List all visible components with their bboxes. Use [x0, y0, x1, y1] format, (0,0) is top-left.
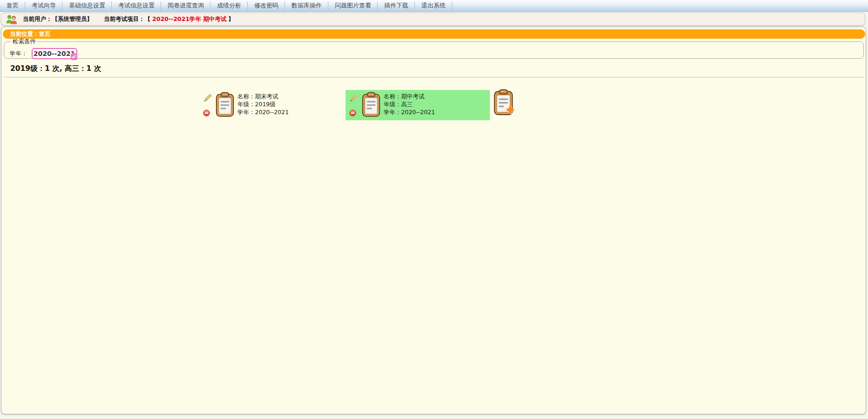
menu-item-logout[interactable]: 退出系统	[415, 0, 452, 11]
add-exam-button[interactable]	[494, 89, 514, 116]
school-year-label: 学年：	[10, 50, 27, 58]
school-year-select[interactable]: 2020--2021	[32, 48, 77, 59]
menu-item-database-operations[interactable]: 数据库操作	[285, 0, 328, 11]
divider	[4, 77, 864, 77]
search-row: 学年： 2020--2021	[10, 48, 863, 60]
menu-item-score-analysis[interactable]: 成绩分析	[210, 0, 248, 11]
exam-name-line: 名称：期末考试	[237, 92, 289, 100]
menu-item-exam-info-settings[interactable]: 考试信息设置	[112, 0, 161, 11]
current-location-text: 当前位置：首页	[10, 30, 51, 37]
exam-grade-line: 年级：2019级	[237, 100, 289, 108]
card-actions	[203, 91, 215, 118]
current-user-label: 当前用户：	[23, 15, 52, 23]
school-year-value: 2020--2021	[34, 50, 75, 57]
current-project-label: 当前考试项目：	[104, 15, 145, 23]
content-panel	[1, 27, 866, 414]
exam-card-final[interactable]: 名称：期末考试 年级：2019级 学年：2020--2021	[199, 90, 292, 120]
menu-item-problem-image-view[interactable]: 问题图片查看	[328, 0, 378, 11]
exam-card-midterm-current[interactable]: 名称：期中考试 年级：高三 学年：2020--2021	[346, 90, 490, 120]
menu-item-plugin-download[interactable]: 插件下载	[378, 0, 415, 11]
exam-card-text: 名称：期中考试 年级：高三 学年：2020--2021	[384, 91, 435, 117]
edit-pencil-icon[interactable]	[349, 92, 359, 103]
search-criteria-fieldset: 检索条件 学年： 2020--2021	[4, 38, 864, 59]
check-arrow-icon[interactable]	[71, 53, 77, 60]
current-user-value: 【系统管理员】	[52, 15, 93, 23]
main-menu: 首页 考试向导 基础信息设置 考试信息设置 阅卷进度查询 成绩分析 修改密码 数…	[0, 0, 868, 12]
clipboard-icon[interactable]	[362, 91, 380, 118]
edit-pencil-icon[interactable]	[203, 92, 213, 103]
card-actions	[349, 91, 361, 118]
project-bracket-close: 】	[228, 15, 234, 23]
page: 首页 考试向导 基础信息设置 考试信息设置 阅卷进度查询 成绩分析 修改密码 数…	[0, 0, 868, 419]
delete-minus-icon[interactable]	[349, 110, 356, 117]
exam-count-summary: 2019级：1 次, 高三：1 次	[10, 64, 101, 74]
exam-year-line: 学年：2020--2021	[237, 108, 289, 116]
current-project-value: 2020--2021学年 期中考试	[152, 15, 226, 23]
breadcrumb-bar: 当前位置：首页	[3, 29, 865, 39]
project-bracket-open: 【	[145, 15, 151, 23]
clipboard-plus-icon	[494, 89, 514, 116]
menu-item-exam-wizard[interactable]: 考试向导	[25, 0, 62, 11]
delete-minus-icon[interactable]	[203, 110, 210, 117]
exam-name-line: 名称：期中考试	[384, 92, 435, 100]
menu-item-home[interactable]: 首页	[0, 0, 25, 11]
menu-item-basic-info-settings[interactable]: 基础信息设置	[62, 0, 112, 11]
menu-item-change-password[interactable]: 修改密码	[248, 0, 285, 11]
menu-item-marking-progress[interactable]: 阅卷进度查询	[161, 0, 210, 11]
exam-card-text: 名称：期末考试 年级：2019级 学年：2020--2021	[237, 91, 289, 117]
exam-year-line: 学年：2020--2021	[384, 108, 435, 116]
search-criteria-legend: 检索条件	[11, 38, 38, 46]
user-bar: 当前用户： 【系统管理员】 当前考试项目： 【 2020--2021学年 期中考…	[1, 13, 865, 26]
clipboard-icon[interactable]	[216, 91, 234, 118]
exam-grade-line: 年级：高三	[384, 100, 435, 108]
users-icon	[6, 14, 18, 24]
